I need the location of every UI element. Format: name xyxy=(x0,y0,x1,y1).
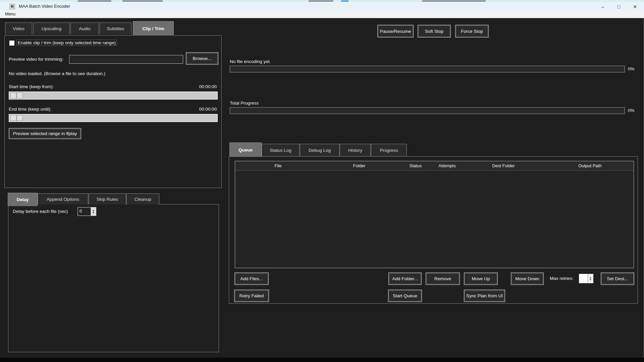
current-progress-bar xyxy=(230,66,625,72)
tab-video[interactable]: Video xyxy=(5,22,32,35)
background-remnant xyxy=(422,0,486,2)
end-time-slider[interactable] xyxy=(9,114,218,122)
queue-table: File Folder Status Attempts Dest Folder … xyxy=(235,161,634,268)
start-slider-handle[interactable] xyxy=(10,93,23,99)
preview-video-label: Preview video for trimming: xyxy=(9,57,63,62)
max-retries-spinbox[interactable]: ▲▼ xyxy=(579,274,593,283)
delay-value: 0 xyxy=(78,207,91,216)
column-header-status: Status xyxy=(410,163,422,168)
menu-button[interactable]: Menu xyxy=(4,12,17,16)
tab-delay[interactable]: Delay xyxy=(8,193,38,206)
no-video-status: No video loaded. (Browse a file to see d… xyxy=(9,71,105,76)
delay-panel: Delay before each file (sec) 0 ▲▼ xyxy=(8,204,219,352)
delay-label: Delay before each file (sec) xyxy=(13,209,68,214)
remove-button[interactable]: Remove xyxy=(426,273,460,285)
enable-clip-label: Enable clip / trim (keep only selected t… xyxy=(16,40,117,46)
background-remnant xyxy=(122,0,163,2)
titlebar[interactable]: M MAA Batch Video Encoder – □ ✕ xyxy=(0,2,644,11)
end-time-label: End time (keep until): xyxy=(9,107,52,112)
browse-button[interactable]: Browse... xyxy=(186,52,218,65)
tab-history[interactable]: History xyxy=(340,144,371,156)
close-button[interactable]: ✕ xyxy=(627,2,643,11)
background-remnant xyxy=(78,0,111,2)
total-progress-bar xyxy=(230,107,625,114)
start-queue-button[interactable]: Start Queue xyxy=(388,290,422,302)
retry-failed-button[interactable]: Retry Failed xyxy=(234,290,269,302)
tab-append-options[interactable]: Append Options xyxy=(38,193,88,204)
max-retries-value xyxy=(579,274,588,283)
sync-plan-button[interactable]: Sync Plan from UI xyxy=(464,290,505,302)
add-files-button[interactable]: Add Files... xyxy=(234,273,269,285)
column-header-dest-folder: Dest Folder xyxy=(492,163,515,168)
window-title: MAA Batch Video Encoder xyxy=(19,4,70,9)
tab-upscaling[interactable]: Upscaling xyxy=(33,22,70,35)
tab-clip-trim[interactable]: Clip / Trim xyxy=(133,21,174,36)
enable-clip-checkbox[interactable] xyxy=(9,41,14,46)
preview-range-button[interactable]: Preview selected range in ffplay xyxy=(9,128,81,139)
preview-video-input[interactable] xyxy=(69,55,183,64)
window-bottom-edge xyxy=(0,358,644,362)
soft-stop-button[interactable]: Soft Stop xyxy=(418,25,451,38)
background-remnant xyxy=(341,0,348,2)
queue-panel: File Folder Status Attempts Dest Folder … xyxy=(229,156,638,304)
tab-debug-log[interactable]: Debug Log xyxy=(300,144,339,156)
minimize-button[interactable]: – xyxy=(595,2,610,11)
delay-spinbox[interactable]: 0 ▲▼ xyxy=(77,207,96,216)
tab-queue[interactable]: Queue xyxy=(229,142,262,157)
pause-resume-button[interactable]: Pause/Resume xyxy=(377,25,414,38)
background-remnant xyxy=(309,0,333,2)
start-time-value: 00:00:00 xyxy=(199,84,217,89)
tab-progress[interactable]: Progress xyxy=(371,144,407,156)
start-time-slider[interactable] xyxy=(9,92,218,100)
current-progress-percent: 0% xyxy=(628,66,635,71)
total-progress-label: Total Progress xyxy=(230,101,259,106)
spinner-arrows-icon[interactable]: ▲▼ xyxy=(588,274,593,283)
max-retries-label: Max retries: xyxy=(550,276,574,281)
column-header-attempts: Attempts xyxy=(438,163,455,168)
move-down-button[interactable]: Move Down xyxy=(511,273,544,285)
column-header-output-path: Output Path xyxy=(578,163,601,168)
end-time-value: 00:00:00 xyxy=(199,107,217,112)
force-stop-button[interactable]: Force Stop xyxy=(455,25,489,38)
spinner-arrows-icon[interactable]: ▲▼ xyxy=(91,207,96,216)
menubar: Menu xyxy=(0,11,644,18)
tab-skip-rules[interactable]: Skip Rules xyxy=(89,193,126,204)
queue-table-header: File Folder Status Attempts Dest Folder … xyxy=(235,161,634,171)
queue-table-body[interactable] xyxy=(235,171,634,268)
set-dest-button[interactable]: Set Dest... xyxy=(601,273,634,285)
tab-status-log[interactable]: Status Log xyxy=(262,144,300,156)
maximize-button[interactable]: □ xyxy=(611,2,627,11)
column-header-folder: Folder xyxy=(353,163,366,168)
main-content: Video Upscaling Audio Subtitles Clip / T… xyxy=(0,18,644,358)
clip-trim-panel: Enable clip / trim (keep only selected t… xyxy=(4,35,222,188)
current-file-status: No file encoding yet. xyxy=(230,59,271,64)
add-folder-button[interactable]: Add Folder... xyxy=(388,273,422,285)
total-progress-percent: 0% xyxy=(628,108,635,113)
app-window: M MAA Batch Video Encoder – □ ✕ Menu Vid… xyxy=(0,0,644,362)
app-icon: M xyxy=(9,4,15,9)
tab-subtitles[interactable]: Subtitles xyxy=(100,22,131,35)
tab-audio[interactable]: Audio xyxy=(70,22,99,35)
move-up-button[interactable]: Move Up xyxy=(464,273,498,285)
end-slider-handle[interactable] xyxy=(10,115,23,121)
column-header-file: File xyxy=(275,163,282,168)
tab-cleanup[interactable]: Cleanup xyxy=(126,193,159,204)
start-time-label: Start time (keep from): xyxy=(9,84,54,89)
